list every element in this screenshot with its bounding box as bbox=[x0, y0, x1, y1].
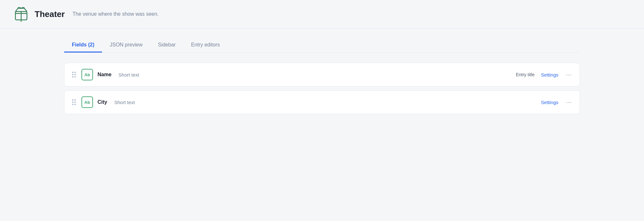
field-type-label: Short text bbox=[114, 100, 135, 105]
field-list: Ab Name Short text Entry title Settings … bbox=[64, 63, 580, 114]
drag-dot bbox=[74, 104, 76, 105]
drag-dot bbox=[72, 74, 73, 75]
drag-dot bbox=[74, 99, 76, 101]
drag-dot bbox=[72, 102, 73, 103]
field-type-icon-city: Ab bbox=[81, 96, 93, 108]
header-title-area: Theater bbox=[35, 9, 67, 19]
field-type-icon-name: Ab bbox=[81, 69, 93, 80]
field-name-label: City bbox=[97, 99, 107, 105]
table-row: Ab Name Short text Entry title Settings … bbox=[64, 63, 580, 86]
drag-dot bbox=[74, 102, 76, 103]
page-title: Theater bbox=[35, 9, 65, 19]
field-row-actions: Settings ··· bbox=[541, 98, 573, 106]
field-type-label: Short text bbox=[119, 72, 139, 78]
table-row: Ab City Short text Settings ··· bbox=[64, 90, 580, 114]
settings-link-name[interactable]: Settings bbox=[541, 72, 558, 78]
field-row-actions: Entry title Settings ··· bbox=[516, 71, 573, 79]
drag-dot bbox=[72, 104, 73, 105]
drag-handle-name[interactable] bbox=[71, 71, 77, 78]
drag-dot bbox=[72, 99, 73, 101]
more-options-button-name[interactable]: ··· bbox=[565, 71, 573, 79]
header-description: The venue where the show was seen. bbox=[72, 11, 159, 17]
tab-bar: Fields (2) JSON preview Sidebar Entry ed… bbox=[64, 38, 580, 53]
header: Theater The venue where the show was see… bbox=[0, 0, 644, 29]
tab-json-preview[interactable]: JSON preview bbox=[102, 38, 150, 53]
entry-title-badge: Entry title bbox=[516, 72, 534, 77]
field-name-label: Name bbox=[97, 72, 112, 78]
tab-entry-editors[interactable]: Entry editors bbox=[183, 38, 228, 53]
drag-dot bbox=[72, 76, 73, 78]
tab-fields[interactable]: Fields (2) bbox=[64, 38, 102, 53]
drag-dot bbox=[72, 72, 73, 73]
settings-link-city[interactable]: Settings bbox=[541, 100, 558, 105]
more-options-button-city[interactable]: ··· bbox=[565, 98, 573, 106]
tab-sidebar[interactable]: Sidebar bbox=[150, 38, 183, 53]
app-icon bbox=[13, 6, 30, 22]
main-content: Fields (2) JSON preview Sidebar Entry ed… bbox=[0, 29, 644, 124]
drag-dot bbox=[74, 72, 76, 73]
drag-dot bbox=[74, 76, 76, 78]
drag-dot bbox=[74, 74, 76, 75]
drag-handle-city[interactable] bbox=[71, 99, 77, 106]
